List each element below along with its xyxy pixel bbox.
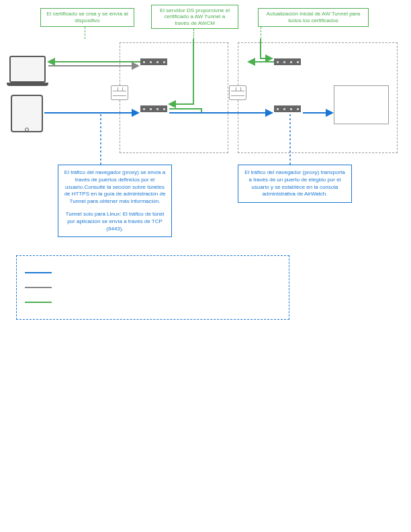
- callout-left-p1: El tráfico del navegador (proxy) se enví…: [62, 169, 167, 206]
- legend-swatch-gray: [25, 287, 52, 288]
- legend-swatch-green: [25, 302, 52, 303]
- legend-row-green: [25, 298, 281, 307]
- callout-right: El tráfico del navegador (proxy) transpo…: [238, 165, 352, 203]
- legend-row-gray: [25, 283, 281, 292]
- callout-right-p: El tráfico del navegador (proxy) transpo…: [242, 169, 347, 198]
- callout-left: El tráfico del navegador (proxy) se enví…: [58, 165, 172, 237]
- legend-swatch-blue: [25, 272, 52, 273]
- connections: [0, 0, 411, 161]
- callout-left-p2: Tunnel solo para Linux: El tráfico de tú…: [62, 211, 167, 232]
- legend-row-blue: [25, 268, 281, 277]
- legend-box: [16, 255, 289, 320]
